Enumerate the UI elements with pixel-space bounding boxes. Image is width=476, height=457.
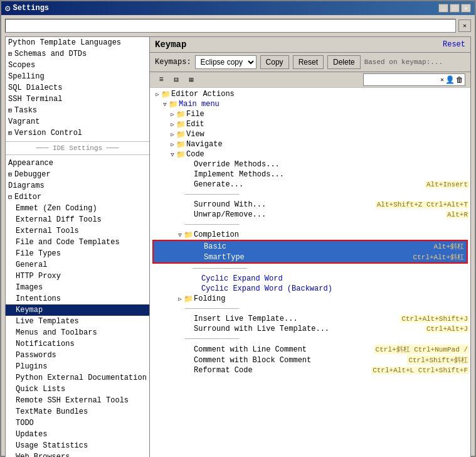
tree-label: SmartType [203, 253, 413, 262]
sidebar-label: Vagrant [8, 117, 40, 126]
leaf-spacer [176, 315, 184, 323]
tree-node-basic[interactable]: Basic Alt+斜杠 [154, 241, 467, 252]
sidebar-item-file-types[interactable]: File Types [6, 248, 149, 259]
tree-node-surround-with[interactable]: Surround With... Alt+Shift+Z Ctrl+Alt+T [151, 200, 469, 210]
close-button[interactable]: ✕ [461, 4, 471, 13]
leaf-icon [184, 366, 193, 375]
sidebar-item-external-tools[interactable]: External Tools [6, 225, 149, 237]
sidebar-label: File and Code Templates [16, 238, 120, 247]
sidebar-item-vagrant[interactable]: Vagrant [6, 116, 149, 127]
sidebar-item-web-browsers[interactable]: Web Browsers [6, 451, 149, 457]
sidebar-item-file-code-templates[interactable]: File and Code Templates [6, 237, 149, 248]
sidebar-item-keymap[interactable]: Keymap [6, 304, 149, 316]
sidebar-item-remote-ssh[interactable]: Remote SSH External Tools [6, 395, 149, 406]
tree-node-edit[interactable]: ▷ 📁 Edit [151, 119, 469, 129]
sidebar-item-live-templates[interactable]: Live Templates [6, 316, 149, 327]
sidebar-item-images[interactable]: Images [6, 282, 149, 293]
indent-icon[interactable]: ≡ [155, 73, 167, 86]
shortcut: Alt+R [446, 211, 469, 218]
search-clear-button[interactable]: ✕ [458, 19, 471, 32]
sidebar-item-notifications[interactable]: Notifications [6, 338, 149, 350]
sidebar-item-plugins[interactable]: Plugins [6, 361, 149, 372]
separator-label: ———————————— [184, 304, 469, 313]
search-clear-icon[interactable]: ✕ [440, 76, 444, 83]
search-person-icon[interactable]: 👤 [445, 75, 455, 85]
search-trash-icon[interactable]: 🗑 [456, 75, 463, 85]
tree-node-completion[interactable]: ▽ 📁 Completion [151, 230, 469, 240]
tree-node-block-comment[interactable]: Comment with Block Comment Ctrl+Shift+斜杠 [151, 355, 469, 365]
leaf-spacer [176, 201, 184, 208]
tree-label: Surround with Live Template... [193, 325, 425, 333]
keymap-select[interactable]: Eclipse copy [195, 55, 257, 69]
sidebar-item-version-control[interactable]: ⊞ Version Control [6, 127, 149, 139]
tree-node-reformat-code[interactable]: Reformat Code Ctrl+Alt+L Ctrl+Shift+F [151, 365, 469, 375]
folder-icon: 📁 [176, 130, 185, 139]
sidebar-item-usage-statistics[interactable]: Usage Statistics [6, 440, 149, 451]
tree-node-navigate[interactable]: ▷ 📁 Navigate [151, 139, 469, 149]
collapse-icon[interactable]: ⊟ [170, 73, 182, 86]
sidebar-label: HTTP Proxy [16, 272, 61, 281]
sidebar-item-spelling[interactable]: Spelling [6, 71, 149, 82]
tree-node-line-comment[interactable]: Comment with Line Comment Ctrl+斜杠 Ctrl+N… [151, 344, 469, 355]
sidebar-item-diagrams[interactable]: Diagrams [6, 180, 149, 191]
tree-node-view[interactable]: ▷ 📁 View [151, 129, 469, 139]
sidebar-item-python-template-languages[interactable]: Python Template Languages [6, 37, 149, 48]
tree-node-code[interactable]: ▽ 📁 Code [151, 149, 469, 159]
expand-icon[interactable]: ⊞ [185, 73, 198, 86]
title-controls: _ □ ✕ [438, 4, 471, 13]
sidebar-item-sql-dialects[interactable]: SQL Dialects [6, 82, 149, 94]
leaf-spacer [176, 357, 184, 364]
sidebar-label: File Types [16, 249, 61, 258]
sidebar-item-updates[interactable]: Updates [6, 429, 149, 440]
tree-node-generate[interactable]: Generate... Alt+Insert [151, 180, 469, 190]
tree-search-input[interactable] [364, 75, 439, 84]
shortcut: Ctrl+Alt+J [425, 325, 469, 333]
tree-node-main-menu[interactable]: ▽ 📁 Main menu [151, 99, 469, 109]
sidebar-item-textmate[interactable]: TextMate Bundles [6, 406, 149, 417]
minimize-button[interactable]: _ [438, 4, 448, 13]
sidebar-item-quick-lists[interactable]: Quick Lists [6, 384, 149, 395]
sidebar-item-python-ext-docs[interactable]: Python External Documentation [6, 372, 149, 384]
tree-node-surround-live-template[interactable]: Surround with Live Template... Ctrl+Alt+… [151, 324, 469, 334]
leaf-icon [191, 274, 200, 283]
sidebar-item-appearance[interactable]: Appearance [6, 158, 149, 169]
tree-node-folding[interactable]: ▷ 📁 Folding [151, 294, 469, 304]
tree-node-editor-actions[interactable]: ▷ 📁 Editor Actions [151, 89, 469, 99]
leaf-icon [184, 180, 193, 189]
sidebar-item-schemas-dtds[interactable]: ⊞ Schemas and DTDs [6, 48, 149, 60]
sidebar-item-external-diff[interactable]: External Diff Tools [6, 214, 149, 225]
search-input[interactable] [5, 19, 456, 33]
maximize-button[interactable]: □ [450, 4, 460, 13]
sidebar-item-passwords[interactable]: Passwords [6, 350, 149, 361]
tree-label: Surround With... [193, 200, 376, 209]
sidebar-label: TODO [16, 419, 34, 427]
sidebar-item-emmet[interactable]: Emmet (Zen Coding) [6, 203, 149, 214]
tree-node-unwrap[interactable]: Unwrap/Remove... Alt+R [151, 210, 469, 220]
tree-node-file[interactable]: ▷ 📁 File [151, 109, 469, 119]
delete-button[interactable]: Delete [327, 55, 361, 69]
reset-button[interactable]: Reset [293, 55, 324, 69]
sidebar-item-debugger[interactable]: ⊞ Debugger [6, 169, 149, 180]
sidebar-item-editor[interactable]: ⊟ Editor [6, 191, 149, 203]
sidebar-item-menus-toolbars[interactable]: Menus and Toolbars [6, 327, 149, 338]
tree-node-override-methods[interactable]: Override Methods... [151, 159, 469, 169]
copy-button[interactable]: Copy [260, 55, 289, 69]
tree-node-cyclic-expand[interactable]: Cyclic Expand Word [151, 274, 469, 284]
sidebar-item-general[interactable]: General [6, 259, 149, 271]
sidebar-item-tasks[interactable]: ⊞ Tasks [6, 105, 149, 116]
tree-node-smarttype[interactable]: SmartType Ctrl+Alt+斜杠 [154, 252, 467, 262]
sidebar-item-todo[interactable]: TODO [6, 417, 149, 429]
sidebar-item-intentions[interactable]: Intentions [6, 293, 149, 304]
keymap-reset-link[interactable]: Reset [443, 40, 465, 49]
sidebar-label: External Diff Tools [16, 215, 102, 224]
tree-node-implement-methods[interactable]: Implement Methods... [151, 169, 469, 180]
sidebar-label: Notifications [16, 340, 75, 348]
sidebar-item-scopes[interactable]: Scopes [6, 60, 149, 71]
sidebar-item-ssh-terminal[interactable]: SSH Terminal [6, 94, 149, 105]
shortcut: Alt+Insert [425, 181, 469, 188]
tree-node-cyclic-expand-backward[interactable]: Cyclic Expand Word (Backward) [151, 284, 469, 294]
sidebar-item-http-proxy[interactable]: HTTP Proxy [6, 271, 149, 282]
tree-node-insert-live-template[interactable]: Insert Live Template... Ctrl+Alt+Shift+J [151, 314, 469, 324]
leaf-spacer [186, 254, 194, 261]
folder-icon: 📁 [176, 110, 185, 119]
